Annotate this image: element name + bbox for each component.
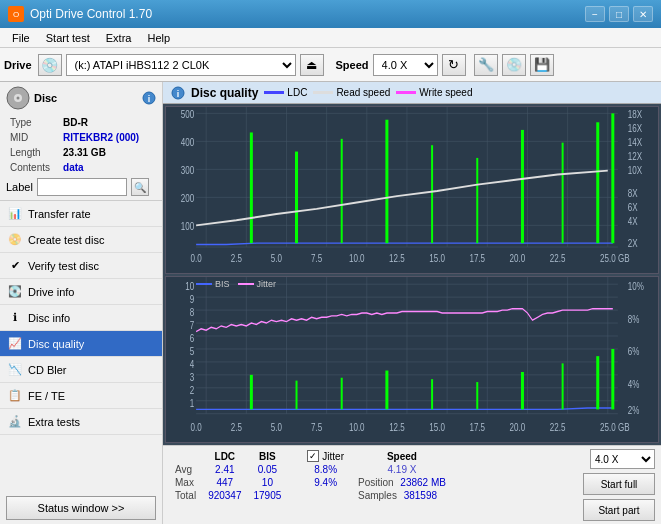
start-part-button[interactable]: Start part bbox=[583, 499, 655, 521]
svg-text:10: 10 bbox=[185, 279, 194, 292]
eject-button[interactable]: ⏏ bbox=[300, 54, 324, 76]
svg-text:2: 2 bbox=[190, 383, 195, 396]
chart-title: Disc quality bbox=[191, 86, 258, 100]
write-legend: Write speed bbox=[396, 87, 472, 98]
stats-table: LDC BIS ✓ Jitter Speed Avg 2. bbox=[169, 449, 452, 502]
minimize-button[interactable]: − bbox=[585, 6, 605, 22]
svg-text:25.0 GB: 25.0 GB bbox=[600, 420, 630, 433]
length-value: 23.31 GB bbox=[61, 146, 154, 159]
close-button[interactable]: ✕ bbox=[633, 6, 653, 22]
titlebar-controls[interactable]: − □ ✕ bbox=[585, 6, 653, 22]
refresh-button[interactable]: ↻ bbox=[442, 54, 466, 76]
svg-text:5.0: 5.0 bbox=[271, 253, 282, 264]
mid-value: RITEKBR2 (000) bbox=[61, 131, 154, 144]
svg-text:5.0: 5.0 bbox=[271, 420, 283, 433]
svg-text:6: 6 bbox=[190, 331, 195, 344]
svg-text:6X: 6X bbox=[628, 203, 638, 214]
disc-panel: Disc i Type BD-R MID RITEKBR2 (000) Leng… bbox=[0, 82, 162, 201]
nav-extra-tests-label: Extra tests bbox=[28, 416, 80, 428]
stats-left: LDC BIS ✓ Jitter Speed Avg 2. bbox=[169, 449, 452, 521]
read-legend: Read speed bbox=[313, 87, 390, 98]
svg-rect-7 bbox=[166, 107, 658, 273]
svg-text:i: i bbox=[148, 94, 151, 104]
disc-info-icon: ℹ bbox=[8, 311, 22, 325]
svg-text:0.0: 0.0 bbox=[191, 253, 202, 264]
label-btn[interactable]: 🔍 bbox=[131, 178, 149, 196]
menu-start-test[interactable]: Start test bbox=[38, 30, 98, 46]
top-chart-svg: 500 400 300 200 100 0.0 2.5 5.0 7.5 10.0… bbox=[166, 107, 658, 273]
nav-create-test-disc-label: Create test disc bbox=[28, 234, 104, 246]
drive-icon-button[interactable]: 💿 bbox=[38, 54, 62, 76]
contents-label: Contents bbox=[8, 161, 59, 174]
drive-select[interactable]: (k:) ATAPI iHBS112 2 CL0K bbox=[66, 54, 296, 76]
avg-label: Avg bbox=[169, 463, 202, 476]
jitter-checkbox[interactable]: ✓ bbox=[307, 450, 319, 462]
read-legend-color bbox=[313, 91, 333, 94]
maximize-button[interactable]: □ bbox=[609, 6, 629, 22]
start-full-button[interactable]: Start full bbox=[583, 473, 655, 495]
svg-text:8X: 8X bbox=[628, 189, 638, 200]
app-icon: O bbox=[8, 6, 24, 22]
nav-transfer-rate-label: Transfer rate bbox=[28, 208, 91, 220]
nav-fe-te[interactable]: 📋 FE / TE bbox=[0, 383, 162, 409]
disc-title: Disc bbox=[34, 92, 57, 104]
menu-help[interactable]: Help bbox=[139, 30, 178, 46]
max-label: Max bbox=[169, 476, 202, 489]
position-value: 23862 MB bbox=[400, 477, 446, 488]
svg-text:12.5: 12.5 bbox=[389, 420, 405, 433]
svg-text:17.5: 17.5 bbox=[469, 420, 485, 433]
menu-extra[interactable]: Extra bbox=[98, 30, 140, 46]
disc-button[interactable]: 💿 bbox=[502, 54, 526, 76]
svg-text:400: 400 bbox=[181, 138, 194, 149]
svg-text:4%: 4% bbox=[628, 377, 640, 390]
svg-text:9: 9 bbox=[190, 292, 195, 305]
svg-text:22.5: 22.5 bbox=[550, 420, 566, 433]
svg-text:22.5: 22.5 bbox=[550, 253, 566, 264]
svg-text:10.0: 10.0 bbox=[349, 420, 365, 433]
svg-text:20.0: 20.0 bbox=[510, 420, 526, 433]
app-title: Opti Drive Control 1.70 bbox=[30, 7, 152, 21]
ldc-col-header: LDC bbox=[202, 449, 247, 463]
nav-disc-quality[interactable]: 📈 Disc quality bbox=[0, 331, 162, 357]
settings-button[interactable]: 🔧 bbox=[474, 54, 498, 76]
ldc-legend-label: LDC bbox=[287, 87, 307, 98]
nav-create-test-disc[interactable]: 📀 Create test disc bbox=[0, 227, 162, 253]
disc-header-left: Disc bbox=[6, 86, 57, 110]
nav-transfer-rate[interactable]: 📊 Transfer rate bbox=[0, 201, 162, 227]
svg-text:25.0 GB: 25.0 GB bbox=[600, 253, 629, 264]
speed-select[interactable]: 4.0 X 2.0 X 8.0 X bbox=[590, 449, 655, 469]
speed-select[interactable]: 4.0 X 2.0 X 8.0 X bbox=[373, 54, 438, 76]
svg-text:4: 4 bbox=[190, 357, 195, 370]
nav-cd-bler[interactable]: 📉 CD Bler bbox=[0, 357, 162, 383]
nav-verify-test-disc[interactable]: ✔ Verify test disc bbox=[0, 253, 162, 279]
status-window-button[interactable]: Status window >> bbox=[6, 496, 156, 520]
menu-file[interactable]: File bbox=[4, 30, 38, 46]
nav-drive-info[interactable]: 💽 Drive info bbox=[0, 279, 162, 305]
disc-header: Disc i bbox=[6, 86, 156, 110]
svg-text:100: 100 bbox=[181, 222, 194, 233]
label-input[interactable] bbox=[37, 178, 127, 196]
svg-text:2X: 2X bbox=[628, 238, 638, 249]
svg-text:7.5: 7.5 bbox=[311, 420, 323, 433]
svg-text:8: 8 bbox=[190, 305, 195, 318]
bottom-chart-svg: 10 9 8 7 6 5 4 3 2 1 0.0 2.5 5.0 7.5 10.… bbox=[166, 277, 658, 443]
save-button[interactable]: 💾 bbox=[530, 54, 554, 76]
nav-fe-te-label: FE / TE bbox=[28, 390, 65, 402]
avg-jitter: 8.8% bbox=[299, 463, 350, 476]
svg-text:4X: 4X bbox=[628, 217, 638, 228]
position-label: Position bbox=[358, 477, 394, 488]
samples-value: 381598 bbox=[404, 490, 437, 501]
create-test-disc-icon: 📀 bbox=[8, 233, 22, 247]
svg-text:300: 300 bbox=[181, 166, 194, 177]
svg-text:7.5: 7.5 bbox=[311, 253, 322, 264]
svg-text:12.5: 12.5 bbox=[389, 253, 405, 264]
stats-area: LDC BIS ✓ Jitter Speed Avg 2. bbox=[163, 445, 661, 524]
max-ldc: 447 bbox=[202, 476, 247, 489]
disc-quality-icon: 📈 bbox=[8, 337, 22, 351]
titlebar: O Opti Drive Control 1.70 − □ ✕ bbox=[0, 0, 661, 28]
svg-text:15.0: 15.0 bbox=[429, 253, 445, 264]
nav-extra-tests[interactable]: 🔬 Extra tests bbox=[0, 409, 162, 435]
max-jitter: 9.4% bbox=[299, 476, 350, 489]
mid-label: MID bbox=[8, 131, 59, 144]
nav-disc-info[interactable]: ℹ Disc info bbox=[0, 305, 162, 331]
